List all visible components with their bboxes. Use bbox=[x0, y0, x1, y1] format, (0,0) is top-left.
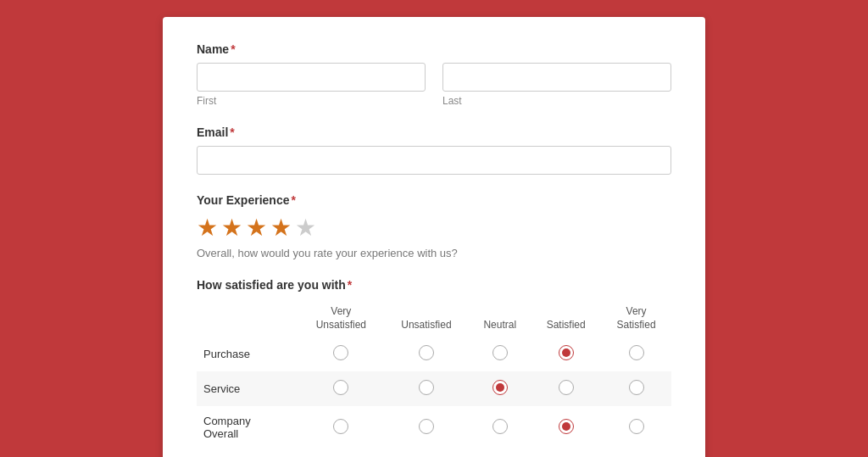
satisfaction-label-text: How satisfied are you with bbox=[197, 278, 346, 292]
table-row: Service bbox=[197, 371, 671, 406]
col-header-neutral: Neutral bbox=[469, 300, 531, 337]
service-satisfied-radio[interactable] bbox=[559, 380, 574, 395]
first-sublabel: First bbox=[197, 95, 426, 107]
email-required-star: * bbox=[230, 125, 234, 139]
company-unsatisfied-cell bbox=[384, 406, 470, 449]
form-container: Name* First Last Email* Your Experience*… bbox=[163, 17, 705, 457]
table-row: Purchase bbox=[197, 337, 671, 371]
company-satisfied-radio[interactable] bbox=[559, 419, 574, 434]
last-sublabel: Last bbox=[442, 95, 671, 107]
company-very-unsatisfied-cell bbox=[298, 406, 384, 449]
row-label-service: Service bbox=[197, 371, 298, 406]
star-5[interactable]: ★ bbox=[295, 214, 316, 242]
purchase-unsatisfied-radio[interactable] bbox=[419, 345, 434, 360]
email-label-text: Email bbox=[197, 125, 228, 139]
company-very-unsatisfied-radio[interactable] bbox=[333, 419, 348, 434]
service-neutral-radio[interactable] bbox=[492, 380, 508, 395]
star-4[interactable]: ★ bbox=[270, 214, 292, 242]
service-very-unsatisfied-cell bbox=[298, 371, 384, 406]
satisfaction-table: VeryUnsatisfied Unsatisfied Neutral Sati… bbox=[197, 300, 671, 449]
service-very-unsatisfied-radio[interactable] bbox=[333, 380, 348, 395]
satisfaction-field-group: How satisfied are you with* VeryUnsatisf… bbox=[197, 278, 671, 449]
service-neutral-cell bbox=[469, 371, 531, 406]
experience-caption: Overall, how would you rate your experie… bbox=[197, 247, 671, 259]
experience-label: Your Experience* bbox=[197, 193, 671, 207]
company-very-satisfied-cell bbox=[601, 406, 671, 449]
name-field-group: Name* First Last bbox=[197, 42, 671, 107]
star-2[interactable]: ★ bbox=[221, 214, 242, 242]
company-neutral-radio[interactable] bbox=[492, 419, 508, 434]
purchase-very-unsatisfied-cell bbox=[298, 337, 384, 371]
row-label-company-overall: CompanyOverall bbox=[197, 406, 298, 449]
stars-row: ★ ★ ★ ★ ★ bbox=[197, 214, 671, 242]
last-name-field: Last bbox=[442, 63, 671, 107]
purchase-neutral-radio[interactable] bbox=[492, 345, 508, 360]
company-very-satisfied-radio[interactable] bbox=[629, 419, 644, 434]
table-row: CompanyOverall bbox=[197, 406, 671, 449]
satisfaction-label: How satisfied are you with* bbox=[197, 278, 671, 292]
purchase-unsatisfied-cell bbox=[384, 337, 470, 371]
star-3[interactable]: ★ bbox=[246, 214, 267, 242]
purchase-satisfied-radio[interactable] bbox=[559, 345, 574, 360]
star-1[interactable]: ★ bbox=[197, 214, 218, 242]
purchase-neutral-cell bbox=[469, 337, 531, 371]
name-required-star: * bbox=[231, 42, 235, 56]
service-unsatisfied-cell bbox=[384, 371, 470, 406]
col-header-empty bbox=[197, 300, 298, 337]
name-label: Name* bbox=[197, 42, 671, 56]
email-input[interactable] bbox=[197, 146, 671, 175]
experience-field-group: Your Experience* ★ ★ ★ ★ ★ Overall, how … bbox=[197, 193, 671, 259]
purchase-very-satisfied-cell bbox=[601, 337, 671, 371]
last-name-input[interactable] bbox=[442, 63, 671, 92]
experience-required-star: * bbox=[291, 193, 295, 207]
purchase-satisfied-cell bbox=[531, 337, 601, 371]
row-label-purchase: Purchase bbox=[197, 337, 298, 371]
col-header-very-unsatisfied: VeryUnsatisfied bbox=[298, 300, 384, 337]
col-header-very-satisfied: VerySatisfied bbox=[601, 300, 671, 337]
satisfaction-required-star: * bbox=[348, 278, 352, 292]
purchase-very-satisfied-radio[interactable] bbox=[629, 345, 644, 360]
first-name-field: First bbox=[197, 63, 426, 107]
name-label-text: Name bbox=[197, 42, 229, 56]
email-field-group: Email* bbox=[197, 125, 671, 175]
first-name-input[interactable] bbox=[197, 63, 426, 92]
company-neutral-cell bbox=[469, 406, 531, 449]
experience-label-text: Your Experience bbox=[197, 193, 289, 207]
service-unsatisfied-radio[interactable] bbox=[419, 380, 434, 395]
email-label: Email* bbox=[197, 125, 671, 139]
service-satisfied-cell bbox=[531, 371, 601, 406]
company-unsatisfied-radio[interactable] bbox=[419, 419, 434, 434]
col-header-unsatisfied: Unsatisfied bbox=[384, 300, 470, 337]
service-very-satisfied-radio[interactable] bbox=[629, 380, 644, 395]
service-very-satisfied-cell bbox=[601, 371, 671, 406]
col-header-satisfied: Satisfied bbox=[531, 300, 601, 337]
company-satisfied-cell bbox=[531, 406, 601, 449]
name-row: First Last bbox=[197, 63, 671, 107]
purchase-very-unsatisfied-radio[interactable] bbox=[333, 345, 348, 360]
